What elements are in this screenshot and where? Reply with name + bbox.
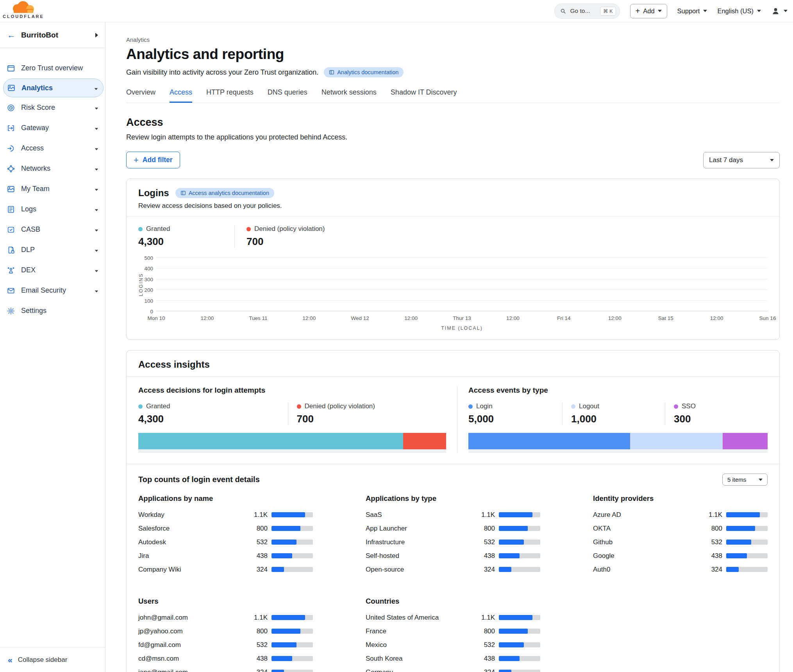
- legend-denied: Denied (policy violation) 700: [234, 225, 325, 248]
- denied-dot-icon: [246, 227, 251, 231]
- table-row: Azure AD1.1K: [593, 511, 768, 519]
- sidebar-item-dlp[interactable]: DLP: [0, 240, 105, 260]
- sidebar-item-dex[interactable]: DEX: [0, 260, 105, 280]
- row-bar-fill: [499, 629, 528, 634]
- access-decisions-heading: Access decisions for login attempts: [138, 386, 446, 395]
- row-label: SaaS: [366, 511, 473, 519]
- sidebar-item-settings[interactable]: Settings: [0, 301, 105, 321]
- sidebar-item-zero-trust-overview[interactable]: Zero Trust overview: [0, 58, 105, 78]
- analytics-documentation-badge[interactable]: Analytics documentation: [324, 67, 404, 77]
- table-row: South Korea438: [366, 654, 540, 663]
- top-counts-group-applications-by-type: Applications by typeSaaS1.1KApp Launcher…: [366, 494, 540, 579]
- account-switcher[interactable]: ← BurritoBot: [0, 22, 105, 48]
- row-value: 1.1K: [473, 511, 495, 519]
- brand-text: CLOUDFLARE: [3, 14, 44, 19]
- row-bar-track: [271, 629, 313, 634]
- x-tick-label: Sat 15: [658, 315, 673, 321]
- global-search[interactable]: Go to... ⌘ K: [554, 4, 620, 19]
- add-button[interactable]: + Add: [630, 4, 667, 18]
- row-label: Jira: [138, 552, 246, 560]
- zero-trust-overview-icon: [7, 64, 15, 73]
- tab-overview[interactable]: Overview: [126, 88, 155, 103]
- sidebar-item-risk-score[interactable]: Risk Score: [0, 98, 105, 118]
- row-bar-fill: [499, 615, 532, 620]
- x-tick-label: 12:00: [404, 315, 418, 321]
- top-counts-grid: Applications by nameWorkday1.1KSalesforc…: [127, 488, 779, 672]
- sidebar-item-access[interactable]: Access: [0, 138, 105, 158]
- top-counts-group-identity-providers: Identity providersAzure AD1.1KOKTA800Git…: [593, 494, 768, 579]
- top-counts-title: Top counts of login event details: [138, 475, 260, 484]
- support-menu[interactable]: Support: [677, 7, 707, 15]
- chevron-down-icon: [95, 124, 98, 132]
- y-tick-label: 200: [144, 287, 153, 293]
- row-value: 438: [473, 552, 495, 560]
- tab-dns-queries[interactable]: DNS queries: [268, 88, 307, 103]
- sidebar-item-my-team[interactable]: My Team: [0, 179, 105, 199]
- row-label: Self-hosted: [366, 552, 473, 560]
- collapse-sidebar-button[interactable]: « Collapse sidebar: [0, 647, 105, 672]
- row-bar-track: [726, 567, 768, 572]
- user-icon: [771, 7, 780, 16]
- cloudflare-cloud-icon: [11, 4, 36, 14]
- denied-policy-violation-segment: [403, 433, 446, 449]
- row-label: South Korea: [366, 655, 473, 663]
- logins-card-title: Logins: [138, 188, 169, 198]
- top-bar: CLOUDFLARE Go to... ⌘ K + Add Support En…: [0, 0, 793, 22]
- legend-sso: SSO 300: [665, 402, 768, 425]
- denied-dot-icon: [297, 404, 301, 409]
- access-section-description: Review login attempts to the application…: [126, 133, 780, 141]
- row-label: United States of America: [366, 614, 473, 622]
- logout-dot-icon: [571, 404, 575, 409]
- sidebar-item-label: My Team: [21, 185, 50, 193]
- table-row: jp@yahoo.com800: [138, 627, 313, 635]
- chevron-down-icon: [94, 84, 98, 92]
- table-row: Github532: [593, 538, 768, 546]
- sidebar-item-gateway[interactable]: Gateway: [0, 118, 105, 138]
- access-section-heading: Access: [126, 116, 780, 129]
- sidebar: ← BurritoBot Zero Trust overviewAnalytic…: [0, 22, 105, 672]
- sso-dot-icon: [674, 404, 678, 409]
- row-label: France: [366, 627, 473, 635]
- legend-granted: Granted 4,300: [138, 225, 234, 248]
- logout-segment: [630, 433, 723, 449]
- row-value: 532: [473, 538, 495, 546]
- risk-score-icon: [7, 104, 15, 112]
- sidebar-item-logs[interactable]: Logs: [0, 199, 105, 219]
- tab-shadow-it-discovery[interactable]: Shadow IT Discovery: [391, 88, 457, 103]
- sidebar-item-label: Risk Score: [21, 104, 55, 112]
- items-per-list-value: 5 items: [727, 476, 746, 483]
- date-range-select[interactable]: Last 7 days: [703, 152, 780, 168]
- row-value: 438: [246, 552, 268, 560]
- language-menu[interactable]: English (US): [717, 7, 761, 15]
- tab-http-requests[interactable]: HTTP requests: [206, 88, 254, 103]
- row-label: Azure AD: [593, 511, 700, 519]
- account-menu[interactable]: [771, 7, 788, 16]
- sidebar-item-email-security[interactable]: Email Security: [0, 281, 105, 300]
- legend-granted: Granted 4,300: [138, 402, 288, 425]
- row-bar-track: [499, 642, 540, 647]
- row-bar-fill: [271, 615, 305, 620]
- tab-network-sessions[interactable]: Network sessions: [321, 88, 377, 103]
- sidebar-item-label: Zero Trust overview: [21, 64, 83, 72]
- items-per-list-select[interactable]: 5 items: [722, 474, 768, 486]
- y-tick-label: 500: [144, 255, 153, 261]
- row-label: cd@msn.com: [138, 655, 246, 663]
- sidebar-item-casb[interactable]: CASB: [0, 220, 105, 239]
- sidebar-item-networks[interactable]: Networks: [0, 159, 105, 179]
- row-bar-fill: [271, 512, 305, 517]
- chevron-right-icon[interactable]: [95, 33, 98, 38]
- chevron-down-icon: [95, 205, 98, 213]
- row-bar-track: [271, 526, 313, 531]
- back-arrow-icon[interactable]: ←: [7, 31, 16, 39]
- row-bar-track: [499, 629, 540, 634]
- x-tick-label: 12:00: [201, 315, 214, 321]
- sidebar-item-label: DEX: [21, 266, 36, 274]
- date-range-value: Last 7 days: [709, 156, 743, 164]
- tab-access[interactable]: Access: [170, 88, 192, 103]
- sidebar-item-analytics[interactable]: Analytics: [3, 79, 104, 97]
- add-filter-button[interactable]: + Add filter: [126, 152, 180, 168]
- access-analytics-documentation-badge[interactable]: Access analytics documentation: [175, 188, 274, 198]
- row-label: OKTA: [593, 525, 700, 533]
- book-icon: [329, 70, 334, 75]
- group-title: Identity providers: [593, 494, 768, 503]
